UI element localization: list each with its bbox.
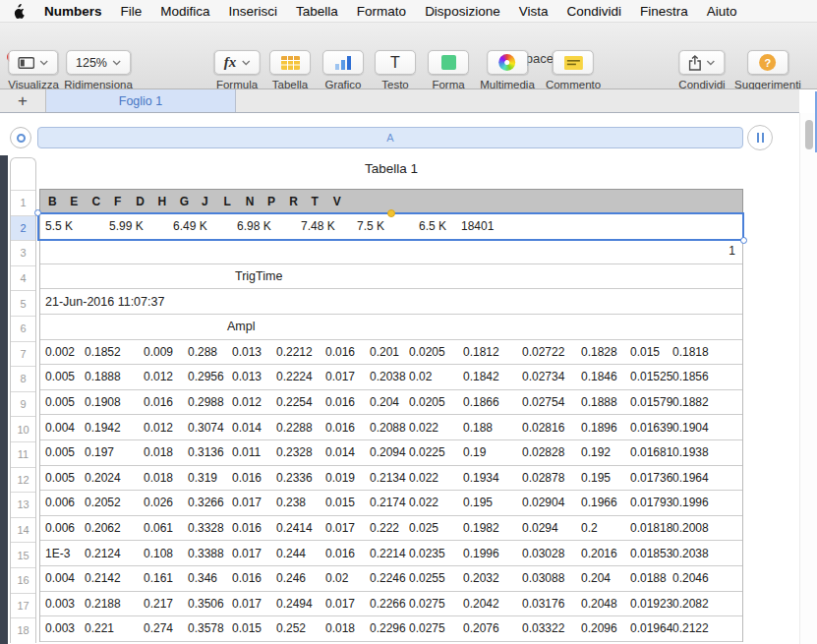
column-letter[interactable]: N <box>246 195 267 208</box>
column-header-a[interactable]: A <box>37 127 743 148</box>
cell[interactable]: 0.016 <box>325 395 370 409</box>
cell[interactable]: 0.02 <box>409 370 463 383</box>
cell[interactable]: 0.017 <box>232 597 276 611</box>
cell[interactable]: 0.2016 <box>581 547 630 560</box>
row-number-8[interactable]: 8 <box>11 366 35 391</box>
cell[interactable]: 0.022 <box>409 421 463 435</box>
cell[interactable]: 0.01579 <box>630 395 672 409</box>
cell[interactable]: 0.015 <box>630 345 672 359</box>
cell[interactable]: 0.014 <box>232 421 276 435</box>
cell[interactable]: 0.2038 <box>370 370 409 383</box>
cell[interactable]: 0.1888 <box>85 370 144 383</box>
cell[interactable]: 7.5 K <box>357 219 419 233</box>
cell[interactable]: 0.3266 <box>188 496 232 509</box>
row-number-14[interactable]: 14 <box>11 517 35 543</box>
cell[interactable]: 0.019 <box>325 471 370 485</box>
cell[interactable]: 0.0294 <box>522 521 581 535</box>
cell[interactable]: 0.1882 <box>672 395 742 409</box>
row-number-15[interactable]: 15 <box>11 542 35 567</box>
cell[interactable]: 0.1996 <box>463 547 522 560</box>
cell[interactable]: 0.274 <box>144 621 188 635</box>
apple-menu-icon[interactable] <box>13 4 26 19</box>
cell[interactable]: 0.197 <box>85 445 144 459</box>
cell[interactable]: 0.2288 <box>276 421 325 435</box>
cell[interactable]: 0.221 <box>85 621 144 635</box>
cell[interactable]: 0.2024 <box>85 471 144 485</box>
cell[interactable]: 0.017 <box>325 521 370 535</box>
add-sheet-button[interactable]: + <box>0 89 46 112</box>
cell[interactable]: 0.0255 <box>409 571 463 585</box>
cell[interactable]: 5.5 K <box>45 219 109 233</box>
vertical-scrollbar[interactable] <box>799 113 817 644</box>
cell[interactable]: 0.014 <box>325 445 370 459</box>
column-letter[interactable]: F <box>114 195 136 208</box>
cell[interactable]: 0.01525 <box>630 370 672 383</box>
cell[interactable]: 0.1934 <box>463 471 522 485</box>
cell[interactable]: 0.246 <box>276 571 325 585</box>
cell[interactable]: 0.2052 <box>85 496 144 509</box>
cell[interactable]: 0.1942 <box>85 421 144 435</box>
cell[interactable]: 0.01793 <box>630 496 672 509</box>
cell[interactable]: 0.2142 <box>85 571 144 585</box>
cell[interactable]: 0.252 <box>276 621 325 635</box>
cell[interactable]: 0.3578 <box>188 621 232 635</box>
cell[interactable]: 0.01964 <box>630 621 672 635</box>
cell[interactable]: 0.0275 <box>409 621 463 635</box>
cell[interactable]: 0.016 <box>232 471 276 485</box>
cell[interactable]: 0.005 <box>45 395 85 409</box>
cell[interactable]: 21-Jun-2016 11:07:37 <box>45 295 164 309</box>
cell[interactable]: 0.2174 <box>370 496 409 509</box>
cell[interactable]: 0.016 <box>325 547 370 560</box>
cell[interactable]: 0.1908 <box>85 395 144 409</box>
cell[interactable]: 0.217 <box>144 597 188 611</box>
cell[interactable]: 0.005 <box>45 471 85 485</box>
cell[interactable]: 0.19 <box>463 445 522 459</box>
cell[interactable]: 0.2122 <box>672 621 742 635</box>
cell[interactable]: 6.98 K <box>237 219 301 233</box>
cell[interactable]: 0.013 <box>232 370 276 383</box>
menu-tabella[interactable]: Tabella <box>296 4 338 19</box>
row-number-12[interactable]: 12 <box>11 467 35 493</box>
chart-insert-button[interactable]: Grafico <box>322 50 364 90</box>
menu-finestra[interactable]: Finestra <box>640 4 688 19</box>
cell[interactable]: 0.2956 <box>188 370 232 383</box>
share-button[interactable]: Condividi <box>678 50 725 90</box>
cell[interactable]: 0.2082 <box>672 597 742 611</box>
cell[interactable]: 0.018 <box>144 471 188 485</box>
row-number-11[interactable]: 11 <box>11 441 35 467</box>
cell[interactable]: 0.01681 <box>630 445 672 459</box>
cell[interactable]: 0.2328 <box>276 445 325 459</box>
cell[interactable]: 1E-3 <box>45 547 85 560</box>
tips-button[interactable]: ? Suggerimenti <box>734 50 801 90</box>
cell[interactable]: 0.2094 <box>370 445 409 459</box>
shape-insert-button[interactable]: Forma <box>428 50 469 90</box>
cell[interactable]: 0.2038 <box>672 547 742 560</box>
cell[interactable]: 0.238 <box>276 496 325 509</box>
comment-button[interactable]: Commento <box>546 50 601 90</box>
cell[interactable]: 0.012 <box>144 421 188 435</box>
cell[interactable]: 0.3388 <box>188 547 232 560</box>
cell[interactable]: 0.025 <box>409 521 463 535</box>
column-letter[interactable]: J <box>202 195 223 208</box>
cell[interactable]: 0.188 <box>463 421 522 435</box>
cell[interactable]: 0.2988 <box>188 395 232 409</box>
cell[interactable]: 0.0205 <box>409 395 463 409</box>
column-letter[interactable]: R <box>289 195 311 208</box>
row-number-17[interactable]: 17 <box>11 593 35 618</box>
cell[interactable]: 0.2188 <box>85 597 144 611</box>
zoom-level-button[interactable]: 125% Ridimensiona <box>64 50 133 90</box>
cell[interactable]: Ampl <box>227 320 255 333</box>
menu-formato[interactable]: Formato <box>357 4 406 19</box>
column-resize-button[interactable] <box>747 125 773 150</box>
cell[interactable]: 0.1966 <box>581 496 630 509</box>
cell[interactable]: 0.009 <box>144 345 188 359</box>
cell[interactable]: 0.013 <box>232 345 276 359</box>
cell[interactable]: 7.48 K <box>301 219 357 233</box>
cell[interactable]: 0.1938 <box>672 445 742 459</box>
cell[interactable]: 0.006 <box>45 496 85 509</box>
cell[interactable]: 0.004 <box>45 421 85 435</box>
cell[interactable]: 0.2096 <box>581 621 630 635</box>
row-number-10[interactable]: 10 <box>11 416 35 441</box>
cell[interactable]: 0.015 <box>325 496 370 509</box>
cell[interactable]: 0.005 <box>45 370 85 383</box>
